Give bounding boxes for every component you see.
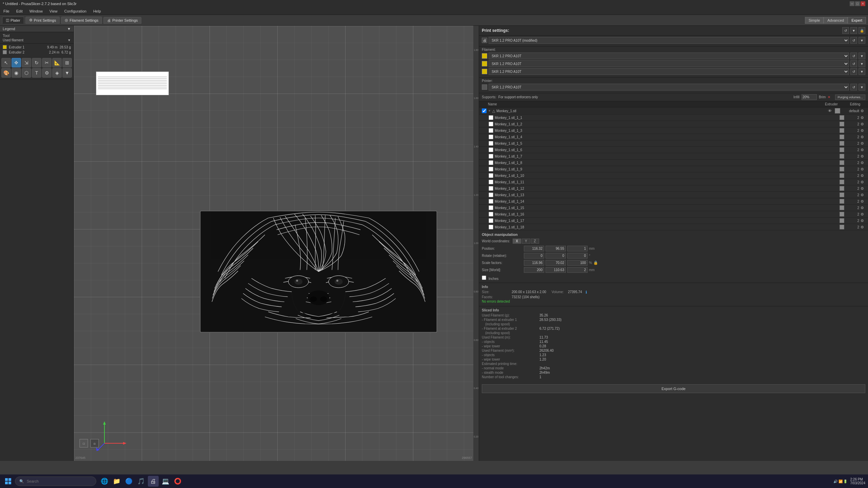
- viewport[interactable]: 1.80 1.60 1.40 1.20 1.00 0.80 0.60 0.40 …: [74, 26, 479, 461]
- child-settings-8[interactable]: ⚙: [859, 167, 865, 171]
- close-button[interactable]: ✕: [861, 1, 865, 6]
- taskbar-search-input[interactable]: [27, 479, 92, 483]
- position-z-input[interactable]: [567, 246, 588, 251]
- mode-advanced[interactable]: Advanced: [824, 17, 848, 24]
- object-child-item[interactable]: Monkey_1.stl_1_6 2 ⚙: [479, 147, 868, 153]
- child-color-0[interactable]: [840, 115, 844, 120]
- export-gcode-button[interactable]: Export G-code: [482, 384, 865, 393]
- taskbar-explorer[interactable]: 📁: [111, 476, 122, 487]
- object-child-item[interactable]: Monkey_1.stl_1_4 2 ⚙: [479, 134, 868, 140]
- tool-measure[interactable]: 📐: [52, 58, 62, 67]
- filament-1-lock[interactable]: ▼: [859, 53, 865, 59]
- child-color-5[interactable]: [840, 147, 844, 152]
- child-settings-14[interactable]: ⚙: [859, 206, 865, 210]
- settings-lock[interactable]: 🔒: [859, 27, 865, 34]
- printer-lock[interactable]: ▼: [859, 37, 865, 44]
- child-settings-5[interactable]: ⚙: [859, 148, 865, 152]
- taskbar-app-2[interactable]: 🎵: [136, 476, 146, 487]
- object-child-item[interactable]: Monkey_1.stl_1_18 2 ⚙: [479, 224, 868, 230]
- menu-help[interactable]: Help: [90, 8, 104, 14]
- object-child-item[interactable]: Monkey_1.stl_1_7 2 ⚙: [479, 153, 868, 160]
- size-y-input[interactable]: [546, 267, 566, 273]
- child-settings-4[interactable]: ⚙: [859, 141, 865, 146]
- filament-1-refresh[interactable]: ↺: [850, 53, 857, 59]
- filament-2-color[interactable]: [482, 61, 487, 66]
- menu-file[interactable]: File: [0, 8, 13, 14]
- mode-expert[interactable]: Expert: [848, 17, 866, 24]
- child-checkbox-15[interactable]: [489, 212, 493, 217]
- tab-filament-settings[interactable]: ◎ Filament Settings: [61, 17, 102, 24]
- size-z-input[interactable]: [567, 267, 588, 273]
- printer-name-select[interactable]: SKR 1.2 PRO A10T: [489, 84, 849, 90]
- child-checkbox-14[interactable]: [489, 205, 493, 210]
- object-child-item[interactable]: Monkey_1.stl_1_9 2 ⚙: [479, 166, 868, 172]
- settings-refresh[interactable]: ↺: [842, 27, 849, 34]
- object-child-item[interactable]: Monkey_1.stl_1_15 2 ⚙: [479, 205, 868, 211]
- menu-edit[interactable]: Edit: [13, 8, 26, 14]
- brim-x[interactable]: ✕: [828, 95, 830, 99]
- child-checkbox-11[interactable]: [489, 186, 493, 191]
- child-color-12[interactable]: [840, 192, 844, 197]
- root-settings-icon[interactable]: ⚙: [859, 109, 865, 113]
- filament-2-refresh[interactable]: ↺: [850, 60, 857, 67]
- object-child-item[interactable]: Monkey_1.stl_1_11 2 ⚙: [479, 179, 868, 185]
- object-child-item[interactable]: Monkey_1.stl_1_8 2 ⚙: [479, 160, 868, 166]
- child-checkbox-10[interactable]: [489, 180, 493, 184]
- minimize-button[interactable]: ─: [850, 1, 854, 6]
- child-checkbox-3[interactable]: [489, 135, 493, 139]
- child-color-16[interactable]: [840, 218, 844, 223]
- child-color-13[interactable]: [840, 199, 844, 204]
- taskbar-prusaslicer[interactable]: 🖨: [148, 476, 159, 487]
- child-settings-1[interactable]: ⚙: [859, 122, 865, 126]
- object-child-item[interactable]: Monkey_1.stl_1_14 2 ⚙: [479, 198, 868, 205]
- scale-lock-icon[interactable]: 🔒: [593, 261, 598, 265]
- filament-1-select[interactable]: SKR 1.2 PRO A10T: [489, 53, 849, 59]
- child-settings-13[interactable]: ⚙: [859, 199, 865, 204]
- titlebar-controls[interactable]: ─ □ ✕: [850, 1, 865, 6]
- object-child-item[interactable]: Monkey_1.stl_1_13 2 ⚙: [479, 192, 868, 198]
- scale-z-input[interactable]: [567, 260, 588, 266]
- start-button[interactable]: [3, 476, 14, 487]
- child-color-7[interactable]: [840, 160, 844, 165]
- child-checkbox-6[interactable]: [489, 154, 493, 159]
- tab-plater[interactable]: ◫ Plater: [2, 17, 24, 24]
- taskbar-search-box[interactable]: 🔍: [15, 476, 96, 486]
- child-checkbox-16[interactable]: [489, 218, 493, 223]
- tab-printer-settings[interactable]: 🖨 Printer Settings: [103, 17, 141, 24]
- root-expand[interactable]: ▼: [488, 109, 491, 113]
- child-color-15[interactable]: [840, 212, 844, 217]
- child-settings-11[interactable]: ⚙: [859, 186, 865, 191]
- printer-name-refresh[interactable]: ↺: [850, 84, 857, 90]
- child-color-11[interactable]: [840, 186, 844, 191]
- rotate-z-input[interactable]: [567, 253, 588, 259]
- taskbar-app-4[interactable]: ⭕: [172, 476, 183, 487]
- tool-move[interactable]: ✥: [12, 58, 21, 67]
- taskbar-app-1[interactable]: 🔵: [123, 476, 134, 487]
- tool-support[interactable]: ⬡: [22, 68, 31, 78]
- tool-text[interactable]: T: [32, 68, 41, 78]
- filament-3-color[interactable]: [482, 69, 487, 74]
- purging-button[interactable]: Purging volumes...: [835, 95, 865, 100]
- child-color-1[interactable]: [840, 122, 844, 126]
- tool-seam[interactable]: ◉: [12, 68, 21, 78]
- tool-sla[interactable]: ◈: [52, 68, 62, 78]
- child-checkbox-8[interactable]: [489, 167, 493, 171]
- object-child-item[interactable]: Monkey_1.stl_1_16 2 ⚙: [479, 211, 868, 218]
- tool-arrange[interactable]: ⊞: [62, 58, 72, 67]
- child-settings-15[interactable]: ⚙: [859, 212, 865, 217]
- child-settings-16[interactable]: ⚙: [859, 219, 865, 223]
- tool-cut[interactable]: ✂: [42, 58, 52, 67]
- taskbar-edge[interactable]: 🌐: [99, 476, 110, 487]
- child-color-6[interactable]: [840, 154, 844, 159]
- tool-scale[interactable]: ⇲: [22, 58, 31, 67]
- maximize-button[interactable]: □: [855, 1, 860, 6]
- info-volume-info[interactable]: ℹ: [586, 290, 587, 294]
- object-child-item[interactable]: Monkey_1.stl_1_12 2 ⚙: [479, 185, 868, 192]
- printer-refresh[interactable]: ↺: [850, 37, 857, 44]
- tool-dropdown[interactable]: ▼: [67, 38, 71, 42]
- tab-print-settings[interactable]: ⚙ Print Settings: [25, 17, 60, 24]
- tool-more[interactable]: ▼: [62, 68, 72, 78]
- taskbar-app-3[interactable]: 💻: [160, 476, 171, 487]
- child-checkbox-17[interactable]: [489, 225, 493, 229]
- filament-3-refresh[interactable]: ↺: [850, 68, 857, 75]
